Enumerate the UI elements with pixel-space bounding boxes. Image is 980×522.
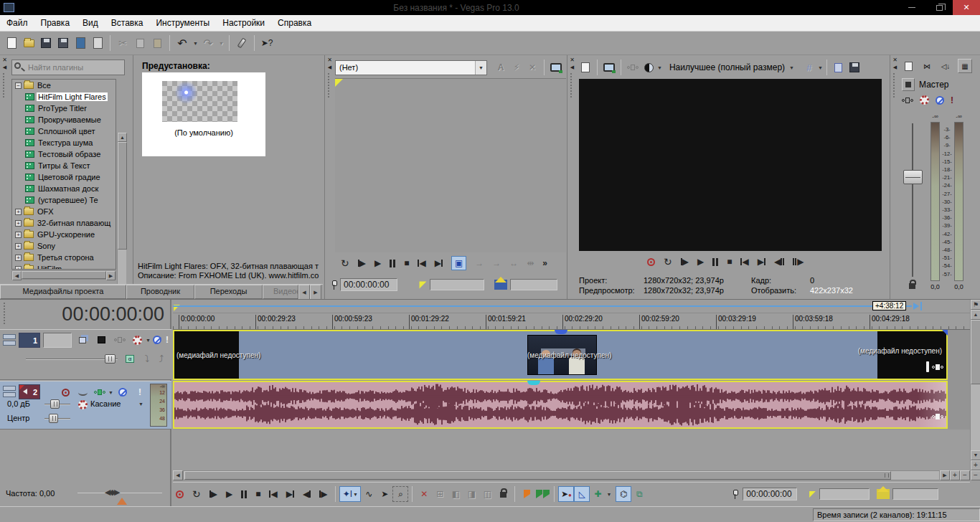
expand-icon[interactable]: + [15,220,22,227]
time-ruler[interactable]: 0:00:00:0000:00:29:2300:00:59:2300:01:29… [173,313,970,330]
delete-button[interactable]: ✕ [416,486,432,502]
go-to-end-button[interactable]: ▶ [758,257,765,267]
mixer-properties-button[interactable] [902,59,915,73]
close-panel-icon[interactable]: ✕ [2,57,7,64]
project-properties-button[interactable] [55,34,72,52]
rate-marker-icon[interactable] [117,498,127,505]
fit-to-fill-button[interactable]: ↔ [509,258,518,268]
scrollbar-thumb[interactable] [22,271,106,279]
remove-media-button[interactable]: ✕ [524,60,540,75]
tree-plugin-Прокручиваемые[interactable]: Прокручиваемые [12,114,116,125]
track-name-field[interactable] [43,333,72,348]
preview-quality-label[interactable]: Наилучшее (полный размер) [669,62,785,72]
video-track-header[interactable]: 1 ▼ ! α ⤵ ⤴ [0,329,171,380]
tree-folder-Все[interactable]: −Все [12,80,116,91]
next-frame-button[interactable]: ▶ [319,489,327,499]
tab-scroll-left-icon[interactable]: ◀ [298,285,310,300]
trim-event-button[interactable]: ⊞ [432,486,448,502]
solo-track-button[interactable]: ! [164,333,171,346]
marker-tool-button[interactable]: ⚑ [971,300,980,310]
video-track-number[interactable]: 1 [19,333,40,348]
collapse-icon[interactable]: − [15,82,22,89]
go-to-start-button[interactable]: ◀ [418,258,425,268]
copy-button[interactable] [131,34,149,52]
mute-track-button[interactable] [116,386,129,399]
split-event-button[interactable]: ◫ [479,486,495,502]
chevron-down-icon[interactable]: ▼ [146,338,151,343]
audio-track-lane[interactable] [173,381,970,430]
solo-icon[interactable]: ! [951,96,953,105]
scroll-right-icon[interactable]: ▶ [940,470,950,480]
scrollbar-track[interactable] [183,470,940,480]
close-button[interactable]: ✕ [953,0,980,15]
event-fx-icon[interactable] [932,414,943,419]
compositing-mode-button[interactable]: α [123,352,136,365]
mute-track-button[interactable] [151,333,164,346]
automation-mode-label[interactable]: Касание [90,399,121,408]
make-composited-parent-button[interactable]: ⤴ [155,352,168,365]
audio-track-number[interactable]: 2 [19,384,40,399]
stop-button[interactable]: ■ [727,257,732,267]
play-button[interactable]: ▶ [374,258,381,268]
pan-value[interactable]: Центр [7,414,30,422]
play-button[interactable]: ▶ [697,257,704,267]
more-buttons-overflow[interactable]: » [542,258,547,268]
trimmer-display-area[interactable] [335,78,566,252]
master-bus-button[interactable] [902,78,915,91]
minimize-button[interactable] [898,0,925,15]
next-frame-button[interactable]: ▶ [793,257,804,267]
invert-phase-button[interactable] [76,386,89,399]
panel-grip[interactable]: ✕ ◀ [890,55,900,299]
close-panel-icon[interactable]: ✕ [570,57,575,64]
add-to-timeline-button[interactable]: ▣ [451,256,466,270]
trimmer-timecode[interactable]: 00:00:00:00 [340,278,397,291]
restore-button[interactable] [925,0,953,15]
tree-folder-HitFilm[interactable]: +HitFilm [12,263,116,270]
edit-tool-button[interactable]: ✦I▼ [339,486,361,502]
audio-event[interactable] [173,381,948,429]
pause-button[interactable] [712,258,718,266]
scrollbar-thumb[interactable] [118,142,127,250]
go-to-end-button[interactable]: ▶ [435,258,443,268]
volume-slider[interactable] [50,399,60,409]
loop-playback-button[interactable]: ↻ [341,257,349,269]
play-from-start-button[interactable]: ▶ [209,489,217,499]
rename-media-button[interactable]: A [493,60,509,75]
pin-panel-icon[interactable]: ◀ [570,64,574,70]
interaction-tool-button[interactable] [233,34,250,52]
pan-slider[interactable] [49,414,58,423]
timeline-horizontal-scrollbar[interactable]: ◀ ▶ + − [173,470,970,480]
pause-button[interactable] [390,260,395,267]
project-properties-button[interactable] [578,60,593,75]
track-minimize-icons[interactable] [3,386,16,399]
tab-transitions[interactable]: Переходы [194,285,263,299]
tree-horizontal-scrollbar[interactable]: ◀ ▶ [11,270,116,280]
event-pan-crop-icon[interactable] [926,363,929,371]
scroll-up-icon[interactable]: ▲ [971,310,980,320]
menu-view[interactable]: Вид [76,18,105,28]
close-panel-icon[interactable]: ✕ [327,57,332,64]
stop-button[interactable]: ■ [255,489,260,499]
menu-file[interactable]: Файл [0,18,34,28]
tree-folder-Sony[interactable]: +Sony [12,240,116,252]
close-panel-icon[interactable]: ✕ [892,57,897,64]
undo-button[interactable]: ↶ [174,34,191,52]
menu-options[interactable]: Настройки [216,18,271,28]
event-fade-out[interactable] [918,382,946,427]
open-button[interactable] [20,34,37,52]
pin-panel-icon[interactable]: ◀ [328,64,331,70]
tree-plugin-HitFilm Light Flares[interactable]: HitFilm Light Flares [12,91,116,103]
chevron-down-icon[interactable]: ▼ [606,492,611,497]
track-fx-button[interactable] [93,386,106,399]
tab-scroll-right-icon[interactable]: ▶ [310,285,321,300]
video-output-fx-button[interactable] [625,60,641,75]
expand-icon[interactable]: + [15,266,22,270]
record-button[interactable] [647,258,655,266]
composite-level-slider[interactable] [105,354,116,364]
external-monitor-button[interactable] [548,60,564,75]
scroll-down-icon[interactable]: ▼ [971,450,980,460]
pause-button[interactable] [241,490,247,498]
tree-plugin-Тестовый образе[interactable]: Тестовый образе [12,148,116,160]
master-fader-handle[interactable] [903,170,923,184]
make-composited-child-button[interactable]: ⤵ [141,352,154,365]
